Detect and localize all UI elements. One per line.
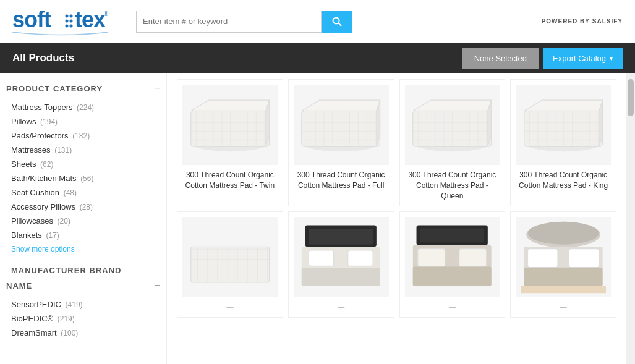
product-card-row2-4[interactable]: — <box>510 211 616 317</box>
svg-point-46 <box>527 222 599 245</box>
svg-marker-23 <box>413 100 492 111</box>
svg-point-5 <box>66 24 69 27</box>
svg-marker-18 <box>302 100 380 111</box>
product-card-row2-1[interactable]: — <box>177 211 283 317</box>
svg-rect-34 <box>309 229 373 244</box>
product-image-full <box>294 85 389 165</box>
svg-rect-44 <box>413 266 492 286</box>
caret-icon: ▾ <box>610 55 613 62</box>
bedroom-svg-1 <box>298 221 383 294</box>
product-image-row2-1 <box>182 217 278 297</box>
sidebar-item-dreamsmart[interactable]: DreamSmart (100) <box>6 326 160 340</box>
sidebar-item-pads-protectors[interactable]: Pads/Protectors (182) <box>6 129 160 143</box>
product-category-section-header: PRODUCT CATEGORY − <box>6 83 160 94</box>
product-category-title: PRODUCT CATEGORY <box>6 84 103 93</box>
svg-point-4 <box>70 19 73 22</box>
sidebar-item-bath-kitchen-mats[interactable]: Bath/Kitchen Mats (56) <box>6 171 160 185</box>
name-collapse-icon[interactable]: − <box>155 280 160 291</box>
svg-rect-15 <box>190 111 265 146</box>
export-label: Export Catalog <box>553 54 606 63</box>
page-title: All Products <box>12 52 462 64</box>
logo: soft tex ® <box>12 4 111 40</box>
product-card-twin[interactable]: 300 Thread Count Organic Cotton Mattress… <box>177 79 283 206</box>
svg-rect-36 <box>309 250 334 266</box>
bedroom-svg-2 <box>409 221 495 294</box>
collapse-icon[interactable]: − <box>155 83 160 94</box>
product-grid: 300 Thread Count Organic Cotton Mattress… <box>167 73 626 364</box>
powered-by: POWERED BY SALSIFY <box>542 18 623 25</box>
product-title-row2-2: — <box>294 302 389 311</box>
mattress-pad-king-svg <box>521 89 606 161</box>
product-title-twin: 300 Thread Count Organic Cotton Mattress… <box>182 170 278 191</box>
svg-point-3 <box>66 19 69 22</box>
svg-text:soft: soft <box>12 7 51 32</box>
search-button[interactable] <box>322 11 352 33</box>
svg-line-10 <box>339 23 342 26</box>
sidebar-item-mattress-toppers[interactable]: Mattress Toppers (224) <box>6 100 160 114</box>
sidebar-item-pillowcases[interactable]: Pillowcases (20) <box>6 214 160 228</box>
mattress-pad-twin-svg <box>187 89 273 161</box>
search-icon <box>332 17 342 27</box>
sidebar-item-mattresses[interactable]: Mattresses (131) <box>6 143 160 157</box>
show-more-button[interactable]: Show more options <box>6 242 160 256</box>
sidebar-item-biopedic[interactable]: BioPEDIC® (219) <box>6 311 160 326</box>
svg-rect-30 <box>524 111 599 146</box>
sidebar-item-seat-cushion[interactable]: Seat Cushion (48) <box>6 185 160 200</box>
product-image-row2-3 <box>405 217 500 297</box>
product-card-queen[interactable]: 300 Thread Count Organic Cotton Mattress… <box>399 79 506 206</box>
svg-rect-50 <box>524 268 603 286</box>
product-card-row2-2[interactable]: — <box>288 211 394 317</box>
sidebar-item-pillows[interactable]: Pillows (194) <box>6 114 160 129</box>
svg-rect-37 <box>348 250 373 266</box>
header: soft tex ® POWERED BY SALSIFY <box>0 0 635 43</box>
none-selected-button[interactable]: None Selected <box>462 48 539 69</box>
bedroom-svg-3 <box>521 221 606 294</box>
svg-rect-48 <box>527 249 557 268</box>
product-title-row2-1: — <box>182 302 278 311</box>
svg-rect-38 <box>302 268 380 286</box>
sidebar: PRODUCT CATEGORY − Mattress Toppers (224… <box>0 73 167 364</box>
product-title-row2-3: — <box>405 302 500 311</box>
search-input[interactable] <box>136 11 322 33</box>
sidebar-item-accessory-pillows[interactable]: Accessory Pillows (28) <box>6 200 160 214</box>
svg-point-9 <box>333 17 339 23</box>
svg-text:®: ® <box>104 11 109 17</box>
product-image-twin <box>182 85 278 165</box>
logo-svg: soft tex ® <box>12 4 111 38</box>
mattress-pad-full-svg <box>298 89 383 161</box>
svg-point-2 <box>70 14 73 17</box>
topbar: All Products None Selected Export Catalo… <box>0 43 635 73</box>
product-image-row2-2 <box>294 217 389 297</box>
svg-rect-42 <box>418 249 445 267</box>
powered-by-label: POWERED BY <box>542 18 590 25</box>
product-card-king[interactable]: 300 Thread Count Organic Cotton Mattress… <box>510 79 616 206</box>
export-catalog-button[interactable]: Export Catalog ▾ <box>543 48 623 69</box>
svg-text:tex: tex <box>75 7 106 32</box>
sidebar-item-sheets[interactable]: Sheets (62) <box>6 157 160 171</box>
svg-rect-25 <box>413 111 488 146</box>
svg-marker-28 <box>524 100 603 111</box>
sidebar-item-sensorpedic[interactable]: SensorPEDIC (419) <box>6 297 160 311</box>
product-card-full[interactable]: 300 Thread Count Organic Cotton Mattress… <box>288 79 394 206</box>
mattress-flat-svg <box>187 221 273 294</box>
sidebar-item-blankets[interactable]: Blankets (17) <box>6 228 160 242</box>
svg-point-6 <box>70 24 73 27</box>
product-image-queen <box>405 85 500 165</box>
product-card-row2-3[interactable]: — <box>399 211 506 317</box>
name-section-header: NAME − <box>6 280 160 291</box>
svg-marker-13 <box>190 100 269 111</box>
product-title-queen: 300 Thread Count Organic Cotton Mattress… <box>405 170 500 201</box>
product-title-full: 300 Thread Count Organic Cotton Mattress… <box>294 170 389 191</box>
svg-rect-49 <box>569 249 599 268</box>
svg-rect-43 <box>459 249 487 267</box>
category-list: Mattress Toppers (224) Pillows (194) Pad… <box>6 100 160 242</box>
product-title-row2-4: — <box>516 302 611 311</box>
svg-rect-20 <box>302 111 377 146</box>
manufacturer-brand-title: MANUFACTURER BRAND <box>6 266 160 275</box>
svg-rect-32 <box>190 247 269 282</box>
name-list: SensorPEDIC (419) BioPEDIC® (219) DreamS… <box>6 297 160 340</box>
powered-by-brand: SALSIFY <box>592 18 623 25</box>
scrollbar[interactable] <box>626 73 635 364</box>
product-title-king: 300 Thread Count Organic Cotton Mattress… <box>516 170 611 191</box>
scrollbar-thumb[interactable] <box>628 79 634 116</box>
